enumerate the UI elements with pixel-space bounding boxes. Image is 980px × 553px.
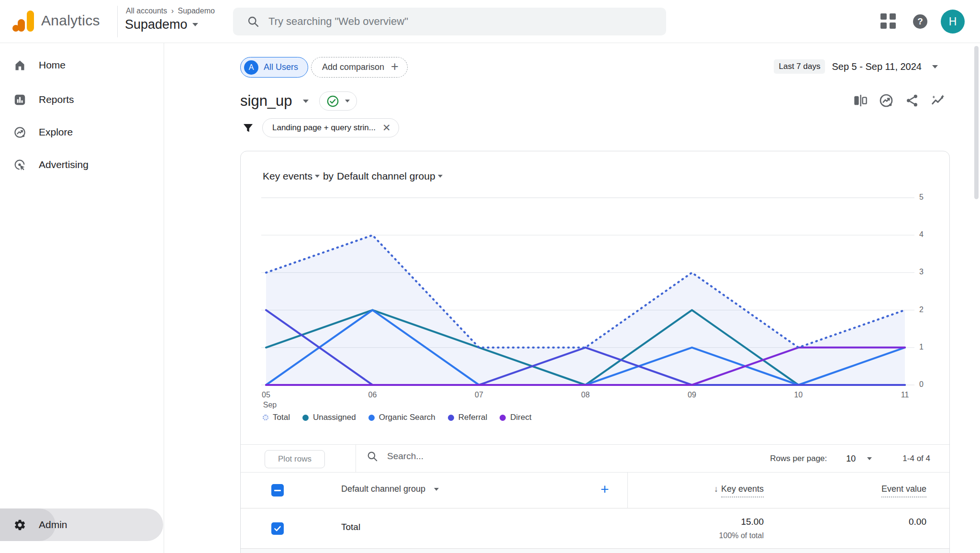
filter-funnel-icon[interactable]	[242, 122, 255, 135]
table-row-total: Total 15.00 100% of total 0.00	[241, 508, 950, 549]
breadcrumb[interactable]: All accounts › Supademo	[126, 7, 215, 15]
indeterminate-mark	[274, 490, 281, 491]
table-search-input[interactable]	[387, 451, 588, 462]
sidebar-item-label: Admin	[39, 519, 67, 530]
report-title-row: sign_up	[240, 91, 357, 111]
property-selector[interactable]: Supademo	[125, 17, 198, 32]
checkmark-icon	[273, 524, 282, 533]
line-chart[interactable]: 543210 05060708091011 Sep	[261, 194, 950, 419]
sidebar-item-explore[interactable]: Explore	[0, 119, 164, 146]
select-all-checkbox[interactable]	[271, 484, 284, 497]
sidebar-item-home[interactable]: Home	[0, 52, 164, 79]
legend-item[interactable]: Referral	[448, 413, 487, 422]
pagination-controls: Rows per page: 10 1-4 of 4	[770, 445, 930, 473]
breadcrumb-account[interactable]: Supademo	[178, 7, 215, 15]
dimension-dropdown[interactable]: Default channel group	[337, 170, 442, 182]
apps-grid-icon[interactable]	[880, 13, 896, 29]
legend-label: Referral	[458, 413, 487, 422]
filter-row: Landing page + query strin... ✕	[242, 118, 399, 137]
explore-icon	[13, 126, 26, 139]
global-search-input[interactable]	[268, 15, 632, 28]
legend-label: Direct	[510, 413, 531, 422]
event-value-header-label[interactable]: Event value	[881, 484, 926, 497]
segment-a-badge: A	[244, 60, 258, 75]
x-tick-label: 11	[891, 391, 919, 399]
chart-legend: TotalUnassignedOrganic SearchReferralDir…	[263, 413, 532, 422]
chevron-down-icon	[932, 65, 938, 68]
sidebar-item-label: Advertising	[39, 159, 89, 170]
sidebar-item-admin[interactable]: Admin	[0, 508, 163, 541]
legend-dot-icon	[448, 415, 454, 421]
y-tick-label: 0	[919, 380, 936, 389]
metric-label: Key events	[263, 170, 312, 182]
x-tick-label: 05	[252, 391, 280, 399]
add-comparison-chip[interactable]: Add comparison +	[311, 57, 408, 78]
avatar[interactable]: H	[941, 10, 965, 34]
help-icon[interactable]: ?	[913, 14, 927, 29]
legend-label: Total	[273, 413, 290, 422]
add-column-button[interactable]: +	[601, 481, 609, 497]
chart-plot-area[interactable]	[261, 194, 914, 389]
search-icon	[366, 450, 379, 463]
add-comparison-label: Add comparison	[322, 62, 384, 72]
plot-rows-button[interactable]: Plot rows	[265, 450, 325, 468]
table-row-partial	[241, 549, 950, 553]
key-events-column-header[interactable]: ↓Key events	[714, 484, 764, 494]
global-search-bar[interactable]	[233, 8, 666, 35]
legend-item[interactable]: Total	[263, 413, 290, 422]
insights-icon[interactable]	[930, 93, 946, 108]
share-icon[interactable]	[904, 93, 920, 108]
dimension-header-label: Default channel group	[341, 484, 425, 494]
row-checkbox[interactable]	[271, 522, 284, 535]
row-dimension-value: Total	[341, 522, 360, 532]
legend-item[interactable]: Direct	[500, 413, 531, 422]
table-header-row: Default channel group + ↓Key events Even…	[241, 473, 950, 508]
table-toolbar: Plot rows Rows per page: 10 1-4 of 4	[241, 444, 950, 473]
report-card: Key events by Default channel group 5432…	[240, 151, 950, 553]
legend-item[interactable]: Organic Search	[368, 413, 435, 422]
breadcrumb-all-accounts[interactable]: All accounts	[126, 7, 167, 15]
key-events-header-label[interactable]: Key events	[721, 484, 764, 497]
scrollbar-thumb[interactable]	[974, 46, 979, 199]
table-search[interactable]	[366, 450, 588, 463]
sort-descending-icon: ↓	[714, 484, 718, 494]
close-icon[interactable]: ✕	[382, 122, 391, 134]
y-tick-label: 4	[919, 230, 936, 239]
chevron-down-icon	[434, 488, 439, 491]
active-filter-chip[interactable]: Landing page + query strin... ✕	[262, 118, 399, 137]
rows-per-page-label: Rows per page:	[770, 454, 827, 463]
legend-dot-icon	[368, 415, 375, 421]
report-title-dropdown-icon[interactable]	[303, 100, 309, 103]
sidebar: Home Reports Explore	[0, 43, 164, 553]
chevron-down-icon[interactable]	[867, 457, 872, 460]
legend-item[interactable]: Unassigned	[302, 413, 356, 422]
property-name[interactable]: Supademo	[125, 17, 188, 32]
analytics-app: Analytics All accounts › Supademo Supade…	[0, 0, 980, 553]
sidebar-item-label: Explore	[39, 126, 73, 138]
all-users-chip[interactable]: A All Users	[240, 57, 308, 78]
google-analytics-logo-icon[interactable]	[11, 8, 37, 34]
x-axis-month-label: Sep	[256, 401, 284, 409]
dimension-label: Default channel group	[337, 170, 435, 182]
check-circle-icon	[326, 95, 339, 108]
sidebar-item-label: Home	[39, 59, 66, 71]
event-value-column-header[interactable]: Event value	[881, 484, 926, 494]
explore-shortcut-icon[interactable]	[879, 93, 894, 108]
dimension-column-header[interactable]: Default channel group	[341, 484, 439, 494]
x-tick-label: 08	[571, 391, 600, 399]
report-title: sign_up	[240, 92, 292, 110]
date-range-label: Sep 5 - Sep 11, 2024	[832, 61, 922, 72]
home-icon	[13, 59, 26, 72]
date-range-picker[interactable]: Last 7 days Sep 5 - Sep 11, 2024	[774, 59, 938, 74]
pagination-range: 1-4 of 4	[902, 454, 930, 463]
rows-per-page-value[interactable]: 10	[846, 454, 856, 464]
metric-dropdown[interactable]: Key events	[263, 170, 320, 182]
x-tick-label: 09	[678, 391, 706, 399]
key-event-status-pill[interactable]	[319, 91, 357, 111]
key-events-percent: 100% of total	[719, 531, 764, 540]
report-actions	[853, 93, 946, 108]
sidebar-item-advertising[interactable]: Advertising	[0, 151, 164, 178]
compare-icon[interactable]	[853, 93, 868, 108]
sidebar-item-reports[interactable]: Reports	[0, 86, 164, 113]
x-tick-label: 07	[465, 391, 493, 399]
